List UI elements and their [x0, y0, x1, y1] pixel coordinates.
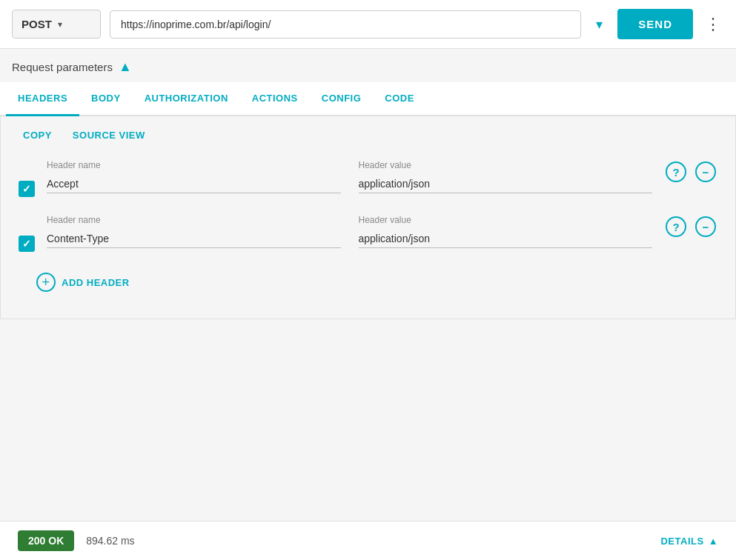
header-fields-1: Header name Header value [47, 160, 652, 193]
sub-tabs-bar: COPY SOURCE VIEW [1, 116, 735, 148]
table-row: ✓ Header name Header value ? − [19, 215, 717, 252]
header-checkbox-2[interactable]: ✓ [19, 236, 35, 252]
header-actions-1: ? − [664, 160, 717, 188]
header-value-input-2[interactable] [359, 230, 653, 248]
help-icon-2: ? [666, 216, 686, 237]
add-header-button[interactable]: + ADD HEADER [19, 270, 130, 295]
header-value-label-1: Header value [359, 160, 653, 170]
tabs-bar: HEADERS BODY AUTHORIZATION ACTIONS CONFI… [0, 82, 736, 116]
tab-authorization[interactable]: AUTHORIZATION [133, 82, 240, 116]
table-row: ✓ Header name Header value ? − [19, 160, 717, 197]
header-fields-2: Header name Header value [47, 215, 652, 248]
url-input-wrap [110, 10, 581, 39]
request-params-title: Request parameters [12, 61, 113, 73]
remove-button-2[interactable]: − [694, 215, 717, 239]
headers-list: ✓ Header name Header value ? − [1, 148, 735, 319]
checkbox-wrap-2: ✓ [19, 215, 35, 252]
tab-config[interactable]: CONFIG [310, 82, 374, 116]
header-name-group-1: Header name [47, 160, 341, 193]
method-select[interactable]: POST ▾ [12, 10, 101, 39]
header-value-group-1: Header value [359, 160, 653, 193]
more-options-icon[interactable]: ⋮ [702, 15, 724, 34]
remove-button-1[interactable]: − [694, 160, 717, 184]
tab-actions[interactable]: ACTIONS [240, 82, 310, 116]
header-name-input-1[interactable] [47, 175, 341, 193]
add-header-label: ADD HEADER [62, 277, 130, 288]
header-name-input-2[interactable] [47, 230, 341, 248]
help-button-2[interactable]: ? [664, 215, 688, 239]
top-bar: POST ▾ ▾ SEND ⋮ [0, 0, 736, 49]
header-value-label-2: Header value [359, 215, 653, 225]
header-name-label-2: Header name [47, 215, 341, 225]
send-button[interactable]: SEND [617, 9, 693, 39]
tab-headers[interactable]: HEADERS [6, 82, 79, 116]
header-checkbox-1[interactable]: ✓ [19, 181, 35, 197]
header-name-label-1: Header name [47, 160, 341, 170]
collapse-icon[interactable]: ▲ [119, 59, 132, 75]
checkmark-icon-2: ✓ [22, 239, 31, 249]
dropdown-arrow-icon[interactable]: ▾ [590, 16, 609, 33]
url-input[interactable] [121, 19, 570, 30]
header-value-group-2: Header value [359, 215, 653, 248]
minus-icon-1: − [695, 161, 716, 182]
help-icon-1: ? [666, 161, 686, 182]
minus-icon-2: − [695, 216, 716, 237]
checkmark-icon: ✓ [22, 184, 31, 194]
add-header-plus-icon: + [36, 273, 56, 292]
sub-tab-source-view[interactable]: SOURCE VIEW [62, 122, 156, 148]
tab-code[interactable]: CODE [373, 82, 426, 116]
method-label: POST [21, 18, 52, 30]
help-button-1[interactable]: ? [664, 160, 688, 184]
checkbox-wrap-1: ✓ [19, 160, 35, 197]
request-params-header: Request parameters ▲ [12, 59, 724, 75]
tab-body[interactable]: BODY [79, 82, 133, 116]
tab-content: COPY SOURCE VIEW ✓ Header name Header va… [0, 116, 736, 319]
method-chevron-icon: ▾ [58, 19, 62, 30]
request-params-section: Request parameters ▲ [0, 49, 736, 75]
header-actions-2: ? − [664, 215, 717, 243]
header-value-input-1[interactable] [359, 175, 653, 193]
sub-tab-copy[interactable]: COPY [13, 122, 62, 148]
header-name-group-2: Header name [47, 215, 341, 248]
